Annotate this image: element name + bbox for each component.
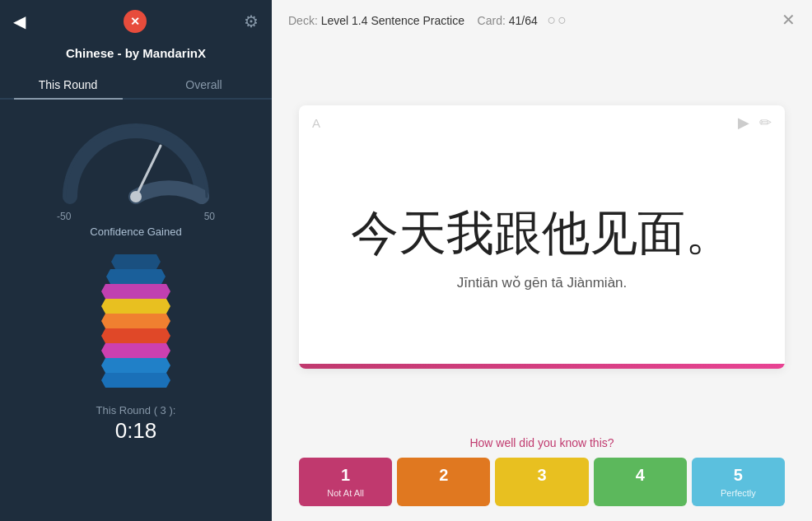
- card-content: 今天我跟他见面。 Jīntiān wǒ gēn tā Jiànmiàn.: [299, 140, 785, 364]
- play-button[interactable]: ▶: [738, 114, 749, 132]
- svg-marker-8: [101, 343, 170, 358]
- settings-button[interactable]: ⚙: [244, 12, 259, 31]
- card-value: 41/64: [509, 14, 538, 27]
- chevron-1: [111, 254, 161, 269]
- gauge-max: 50: [204, 211, 215, 222]
- round-time: 0:18: [96, 418, 176, 444]
- round-info: This Round ( 3 ): 0:18: [96, 404, 176, 444]
- svg-marker-4: [101, 284, 170, 299]
- settings-icon: ⚙: [244, 12, 259, 30]
- rating-num-3: 3: [537, 466, 546, 485]
- chinese-text: 今天我跟他见面。: [351, 204, 733, 262]
- svg-marker-7: [101, 328, 170, 343]
- rating-button-4[interactable]: 4: [594, 458, 687, 506]
- rating-question: How well did you know this?: [469, 436, 614, 449]
- gauge-container: [54, 114, 218, 209]
- close-button[interactable]: ✕: [124, 10, 147, 33]
- svg-marker-6: [101, 314, 170, 328]
- back-icon: ◀: [13, 12, 26, 31]
- deck-label: Deck:: [288, 14, 318, 27]
- svg-marker-3: [106, 269, 166, 284]
- back-button[interactable]: ◀: [13, 12, 26, 31]
- chevron-3: [101, 284, 170, 299]
- rating-buttons: 1 Not At All 2 3 4 5 Perfectly: [299, 458, 785, 506]
- chevron-6: [101, 328, 170, 343]
- chevron-2: [106, 269, 166, 284]
- right-panel: Deck: Level 1.4 Sentence Practice Card: …: [272, 0, 812, 521]
- rating-button-2[interactable]: 2: [397, 458, 490, 506]
- gauge-svg: [54, 114, 218, 209]
- card-area: A ▶ ✏ 今天我跟他见面。 Jīntiān wǒ gēn tā Jiànmià…: [272, 40, 812, 425]
- gauge-labels: -50 50: [54, 211, 218, 222]
- svg-marker-9: [101, 358, 170, 373]
- rating-button-5[interactable]: 5 Perfectly: [692, 458, 785, 506]
- rating-button-1[interactable]: 1 Not At All: [299, 458, 392, 506]
- chevron-4: [101, 299, 170, 314]
- close-right-button[interactable]: ✕: [782, 10, 796, 30]
- card-bottom-bar: [299, 364, 785, 369]
- card-top-bar: A ▶ ✏: [299, 105, 785, 140]
- flashcard: A ▶ ✏ 今天我跟他见面。 Jīntiān wǒ gēn tā Jiànmià…: [299, 105, 785, 369]
- left-header: ◀ ✕ ⚙: [0, 0, 272, 43]
- chevron-5: [101, 314, 170, 328]
- rating-label-1: Not At All: [327, 488, 364, 498]
- right-header: Deck: Level 1.4 Sentence Practice Card: …: [272, 0, 812, 40]
- svg-marker-2: [111, 254, 161, 269]
- svg-point-1: [130, 191, 142, 202]
- edit-button[interactable]: ✏: [759, 114, 772, 132]
- rating-label-5: Perfectly: [721, 488, 756, 498]
- chevron-8: [101, 358, 170, 373]
- card-side-label: A: [312, 116, 320, 130]
- left-panel: ◀ ✕ ⚙ Chinese - by MandarinX This Round …: [0, 0, 272, 521]
- deck-info: Deck: Level 1.4 Sentence Practice Card: …: [288, 12, 568, 29]
- rating-button-3[interactable]: 3: [495, 458, 588, 506]
- tab-this-round[interactable]: This Round: [0, 72, 136, 98]
- card-label: Card:: [478, 14, 506, 27]
- chevron-9: [101, 373, 170, 388]
- chevron-stack: [101, 254, 170, 388]
- card-dots: ○○: [547, 12, 568, 28]
- svg-marker-10: [101, 373, 170, 388]
- confidence-label: Confidence Gained: [90, 226, 181, 238]
- gauge-min: -50: [57, 211, 71, 222]
- rating-num-4: 4: [636, 466, 645, 485]
- deck-name: Level 1.4 Sentence Practice: [321, 14, 464, 27]
- rating-num-1: 1: [341, 466, 350, 485]
- svg-marker-5: [101, 299, 170, 314]
- pinyin-text: Jīntiān wǒ gēn tā Jiànmiàn.: [457, 274, 628, 291]
- rating-num-5: 5: [734, 466, 743, 485]
- close-right-icon: ✕: [782, 11, 796, 29]
- card-actions: ▶ ✏: [738, 114, 772, 132]
- round-label: This Round ( 3 ):: [96, 404, 176, 416]
- tabs-container: This Round Overall: [0, 72, 272, 100]
- rating-section: How well did you know this? 1 Not At All…: [272, 425, 812, 521]
- chevron-7: [101, 343, 170, 358]
- rating-num-2: 2: [439, 466, 448, 485]
- tab-overall[interactable]: Overall: [136, 72, 272, 98]
- deck-title: Chinese - by MandarinX: [53, 43, 219, 72]
- close-icon: ✕: [130, 15, 140, 28]
